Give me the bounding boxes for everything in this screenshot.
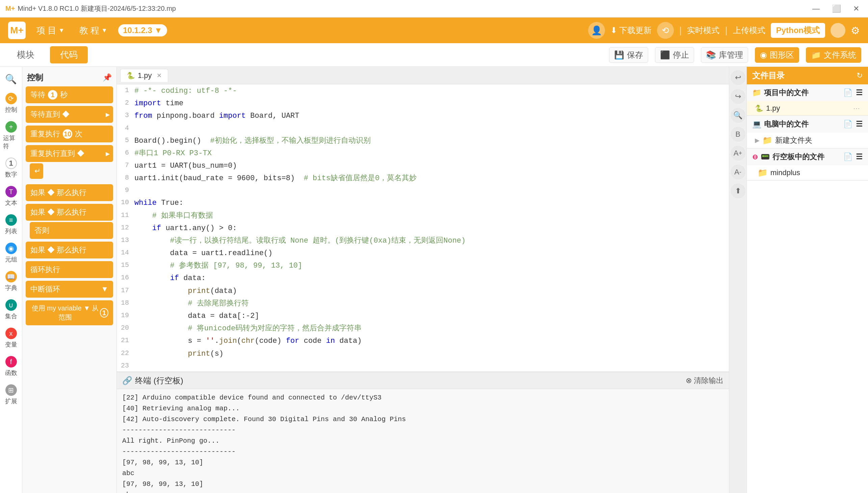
- sidebar-item-control[interactable]: ⟳ 控制: [2, 90, 21, 116]
- code-line-9: 9: [117, 184, 729, 196]
- folder-item-new[interactable]: ▶ 📁 新建文件夹: [747, 133, 868, 148]
- block-wait-until[interactable]: 等待直到 ◆: [26, 106, 113, 123]
- user-circle-button[interactable]: 👤: [588, 22, 605, 39]
- sidebar-function-label: 函数: [5, 369, 17, 377]
- search-button[interactable]: 🔍: [731, 108, 745, 123]
- version-badge[interactable]: 10.1.2.3 ▼: [118, 24, 167, 37]
- sidebar-control-label: 控制: [5, 106, 17, 114]
- diagram-icon: ◉: [760, 50, 767, 60]
- clear-output-button[interactable]: ⊗ 清除输出: [686, 376, 723, 386]
- block-repeat-times[interactable]: 重复执行 10 次: [26, 126, 113, 143]
- font-increase-button[interactable]: A+: [731, 146, 745, 160]
- folder-collapsed-icon: ▶: [755, 137, 760, 144]
- python-mode-button[interactable]: Python模式: [771, 23, 825, 38]
- tab-code-button[interactable]: 代码: [50, 46, 88, 63]
- tuple-icon: ◉: [5, 243, 17, 254]
- block-repeat-until-arrow[interactable]: ↵: [30, 163, 43, 179]
- block-otherwise[interactable]: 否则: [30, 222, 113, 239]
- sidebar-item-number[interactable]: 1 数字: [2, 155, 21, 181]
- terminal-icon: 🔗: [122, 376, 132, 385]
- pin-icon[interactable]: 📌: [103, 73, 112, 82]
- bold-button[interactable]: B: [731, 127, 745, 142]
- sidebar-search-icon[interactable]: 🔍: [2, 70, 20, 88]
- code-line-17: 17 print(data): [117, 284, 729, 297]
- code-line-4: 4: [117, 122, 729, 134]
- block-use-variable[interactable]: 使用 my variable ▼ 从范围 1: [26, 300, 113, 325]
- sidebar-item-variable[interactable]: x 变量: [2, 325, 21, 351]
- library-button[interactable]: 📚 库管理: [701, 47, 748, 63]
- download-update-button[interactable]: ⬇ 下载更新: [610, 25, 652, 36]
- right-action-buttons: ↩ ↪ 🔍 B A+ A- ⬆: [729, 67, 746, 493]
- sidebar-item-set[interactable]: ∪ 集合: [2, 297, 21, 323]
- maximize-button[interactable]: ⬜: [828, 3, 844, 15]
- app-logo: M+: [8, 22, 26, 39]
- project-more-icon[interactable]: ☰: [856, 88, 863, 97]
- file-item-1py[interactable]: 🐍 1.py ⋯: [747, 101, 868, 115]
- upload-mode-button[interactable]: 上传模式: [733, 25, 765, 36]
- break-loop-dropdown-icon: ▼: [101, 285, 108, 294]
- terminal-title: 🔗 终端 (行空板): [122, 375, 183, 386]
- block-break-loop[interactable]: 中断循环 ▼: [26, 281, 113, 298]
- top-navigation: M+ 项 目 ▼ 教 程 ▼ 10.1.2.3 ▼ 👤 ⬇ 下载更新 ⟲ | 实…: [0, 18, 868, 43]
- diagram-button[interactable]: ◉ 图形区: [755, 47, 799, 63]
- computer-more-icon[interactable]: ☰: [856, 120, 863, 129]
- save-button[interactable]: 💾 保存: [609, 47, 648, 63]
- scroll-top-button[interactable]: ⬆: [731, 184, 745, 198]
- filesystem-button[interactable]: 📁 文件系统: [806, 47, 861, 63]
- sidebar-extend-label: 扩展: [5, 397, 17, 405]
- code-line-13: 13 #读一行，以换行符结尾。读取行或 None 超时。(到换行键(0xa)结束…: [117, 234, 729, 246]
- computer-files-header: 💻 电脑中的文件 📄 ☰: [747, 116, 868, 133]
- stop-icon: ⬛: [660, 50, 670, 60]
- block-if-then-2[interactable]: 如果 ◆ 那么执行: [26, 204, 113, 221]
- sidebar-item-function[interactable]: f 函数: [2, 353, 21, 380]
- sidebar-item-extend[interactable]: ⊞ 扩展: [2, 382, 21, 408]
- stop-button[interactable]: ⬛ 停止: [655, 47, 694, 63]
- code-tab-1py[interactable]: 🐍 1.py ✕: [120, 69, 168, 82]
- sidebar-item-tuple[interactable]: ◉ 元组: [2, 240, 21, 266]
- share-button[interactable]: ⟲: [657, 22, 674, 39]
- code-editor[interactable]: 1 # -*- coding: utf-8 -*- 2 import time …: [117, 84, 729, 371]
- computer-files-section: 💻 电脑中的文件 📄 ☰ ▶ 📁 新建文件夹: [747, 116, 868, 148]
- folder-item-mindplus[interactable]: 📁 mindplus: [747, 165, 868, 180]
- sidebar-item-text[interactable]: T 文本: [2, 183, 21, 210]
- project-files-actions: 📄 ☰: [843, 88, 863, 97]
- font-decrease-button[interactable]: A-: [731, 165, 745, 179]
- project-new-file-icon[interactable]: 📄: [843, 88, 852, 97]
- board-minus-icon: ⊖: [752, 153, 758, 161]
- minimize-button[interactable]: —: [809, 3, 823, 15]
- dict-icon: 📖: [5, 271, 17, 282]
- close-button[interactable]: ✕: [850, 3, 863, 15]
- sidebar-item-operator[interactable]: + 运算符: [2, 119, 21, 153]
- computer-new-file-icon[interactable]: 📄: [843, 120, 852, 129]
- computer-files-actions: 📄 ☰: [843, 120, 863, 129]
- board-new-file-icon[interactable]: 📄: [843, 152, 852, 161]
- user-avatar[interactable]: [830, 23, 845, 38]
- nav-tutorial[interactable]: 教 程 ▼: [75, 23, 111, 39]
- python-file-icon: 🐍: [127, 71, 135, 80]
- sidebar-item-list[interactable]: ≡ 列表: [2, 212, 21, 238]
- block-if-then-3[interactable]: 如果 ◆ 那么执行: [26, 242, 113, 258]
- block-loop[interactable]: 循环执行: [26, 261, 113, 278]
- redo-button[interactable]: ↪: [731, 89, 745, 104]
- folder-icon: 📁: [762, 136, 772, 145]
- block-repeat-until[interactable]: 重复执行直到 ◆: [26, 145, 113, 162]
- block-wait-seconds[interactable]: 等待 1 秒: [26, 86, 113, 103]
- realtime-mode-button[interactable]: 实时模式: [687, 25, 719, 36]
- project-folder-icon: 📁: [752, 88, 761, 97]
- file-more-icon[interactable]: ⋯: [853, 104, 860, 112]
- code-line-18: 18 # 去除尾部换行符: [117, 297, 729, 309]
- block-if-then-1[interactable]: 如果 ◆ 那么执行: [26, 184, 113, 201]
- tab-blocks-button[interactable]: 模块: [7, 46, 45, 63]
- sidebar-item-dict[interactable]: 📖 字典: [2, 268, 21, 295]
- set-icon: ∪: [5, 299, 17, 311]
- board-more-icon[interactable]: ☰: [856, 152, 863, 161]
- code-line-8: 8 uart1.init(baud_rate = 9600, bits=8) #…: [117, 172, 729, 184]
- file-panel-refresh-button[interactable]: ↻: [856, 71, 863, 80]
- tutorial-arrow-icon: ▼: [101, 27, 107, 34]
- blocks-panel: 控制 📌 等待 1 秒 等待直到 ◆ 重复执行 10 次 重复执行直到 ◆ ↵ …: [22, 67, 117, 493]
- undo-button[interactable]: ↩: [731, 70, 745, 85]
- settings-button[interactable]: ⚙: [851, 25, 860, 37]
- nav-project[interactable]: 项 目 ▼: [33, 23, 68, 39]
- tab-close-icon[interactable]: ✕: [157, 72, 162, 79]
- sidebar-list-label: 列表: [5, 227, 17, 235]
